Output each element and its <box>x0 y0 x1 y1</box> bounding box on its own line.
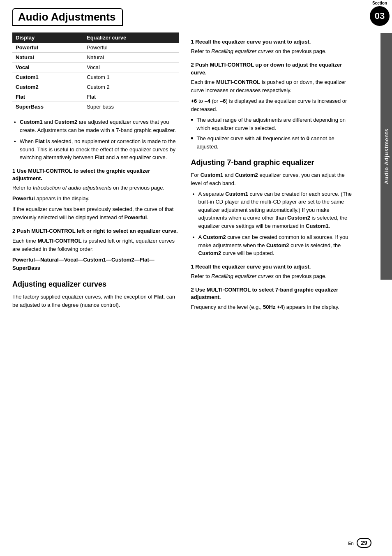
section3-bullet-2: A Custom2 curve can be created common to… <box>191 233 357 257</box>
table-cell-display: Custom2 <box>12 82 83 92</box>
page-title: Audio Adjustments <box>18 11 115 23</box>
table-cell-display: Flat <box>12 92 83 102</box>
table-cell-curve: Custom 2 <box>83 82 178 92</box>
table-cell-display: Custom1 <box>12 72 83 82</box>
left-step2-heading: 2 Push MULTI-CONTROL left or right to se… <box>12 227 179 235</box>
right-step2-heading: 2 Push MULTI-CONTROL up or down to adjus… <box>191 61 357 76</box>
right-step3-text: Refer to Recalling equalizer curves on t… <box>191 272 357 280</box>
section2-title: Adjusting equalizer curves <box>12 280 179 289</box>
left-step2-text1: Each time MULTI-CONTROL is pushed left o… <box>12 237 179 253</box>
order-sequence: Powerful—Natural—Vocal—Custom1—Custom2—F… <box>12 256 179 272</box>
table-header-display: Display <box>12 32 83 43</box>
right-column: 1 Recall the equalizer curve you want to… <box>191 32 357 314</box>
two-column-layout: Display Equalizer curve PowerfulPowerful… <box>12 32 357 314</box>
en-label: En <box>348 541 353 546</box>
sq-bullet-1: The actual range of the adjustments are … <box>191 116 357 132</box>
table-cell-curve: Flat <box>83 92 178 102</box>
side-label-container: Audio Adjustments <box>380 33 392 280</box>
side-label: Audio Adjustments <box>383 128 390 184</box>
sq-bullet-list: The actual range of the adjustments are … <box>191 116 357 151</box>
table-cell-curve: Super bass <box>83 102 178 112</box>
bullet-item-flat: When Flat is selected, no supplement or … <box>12 137 179 162</box>
right-step4-heading: 2 Use MULTI-CONTROL to select 7-band gra… <box>191 286 357 301</box>
right-step1-text: Refer to Recalling equalizer curves on t… <box>191 47 357 56</box>
table-cell-curve: Vocal <box>83 63 178 72</box>
table-cell-display: Vocal <box>12 63 83 72</box>
page-number-area: En 29 <box>348 538 371 548</box>
right-step3-heading: 1 Recall the equalizer curve you want to… <box>191 263 357 271</box>
right-step2-text1: Each time MULTI-CONTROL is pushed up or … <box>191 78 357 95</box>
table-cell-display: SuperBass <box>12 102 83 112</box>
left-step1-heading: 1 Use MULTI-CONTROL to select the graphi… <box>12 167 179 182</box>
left-column: Display Equalizer curve PowerfulPowerful… <box>12 32 179 314</box>
section-label: Section <box>372 0 387 6</box>
left-step1-text1: Refer to Introduction of audio adjustmen… <box>12 184 179 192</box>
right-step2-text2: +6 to –4 (or –6) is displayed as the equ… <box>191 97 357 114</box>
equalizer-table: Display Equalizer curve PowerfulPowerful… <box>12 32 179 111</box>
main-content: Audio Adjustments Display Equalizer curv… <box>0 0 378 330</box>
table-cell-curve: Custom 1 <box>83 72 178 82</box>
right-step1-heading: 1 Recall the equalizer curve you want to… <box>191 38 357 46</box>
intro-bullet-list: Custom1 and Custom2 are adjusted equaliz… <box>12 118 179 162</box>
left-step1-text2: Powerful appears in the display. <box>12 195 179 203</box>
page-title-box: Audio Adjustments <box>12 8 123 26</box>
section-number: 03 <box>370 6 390 26</box>
table-cell-display: Powerful <box>12 43 83 53</box>
section2-text1: The factory supplied equalizer curves, w… <box>12 293 179 309</box>
right-step4-text: Frequency and the level (e.g., 50Hz +4) … <box>191 303 357 311</box>
page-number-circle: 29 <box>357 538 371 548</box>
section3-intro: For Custom1 and Custom2 equalizer curves… <box>191 171 357 188</box>
table-header-curve: Equalizer curve <box>83 32 178 43</box>
table-cell-curve: Powerful <box>83 43 178 53</box>
section-tab: Section 03 <box>367 0 392 26</box>
section3-bullet-list: A separate Custom1 curve can be created … <box>191 190 357 257</box>
section3-title: Adjusting 7-band graphic equalizer <box>191 158 357 167</box>
table-cell-curve: Natural <box>83 53 178 63</box>
left-step1-text3: If the equalizer curve has been previous… <box>12 205 179 222</box>
section3-bullet-1: A separate Custom1 curve can be created … <box>191 190 357 230</box>
bullet-item-custom: Custom1 and Custom2 are adjusted equaliz… <box>12 118 179 134</box>
table-cell-display: Natural <box>12 53 83 63</box>
sq-bullet-2: The equalizer curve with all frequencies… <box>191 134 357 151</box>
